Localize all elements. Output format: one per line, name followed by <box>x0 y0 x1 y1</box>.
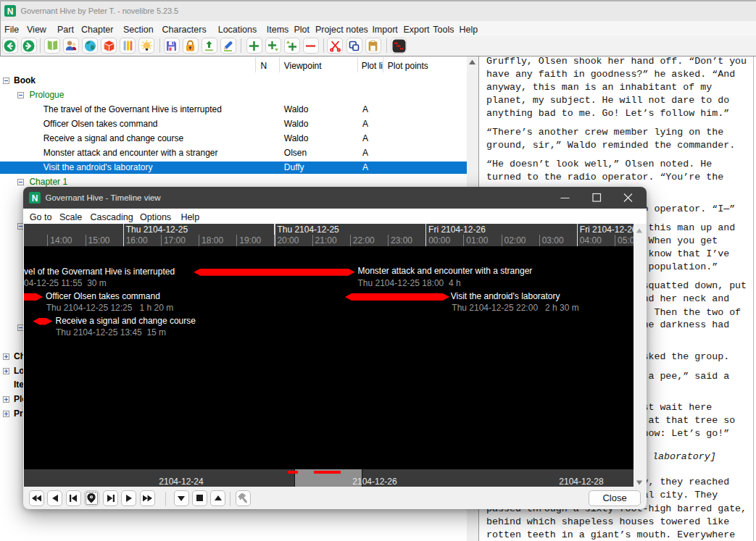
svg-text:N: N <box>7 6 14 16</box>
svg-text:N: N <box>32 193 38 203</box>
